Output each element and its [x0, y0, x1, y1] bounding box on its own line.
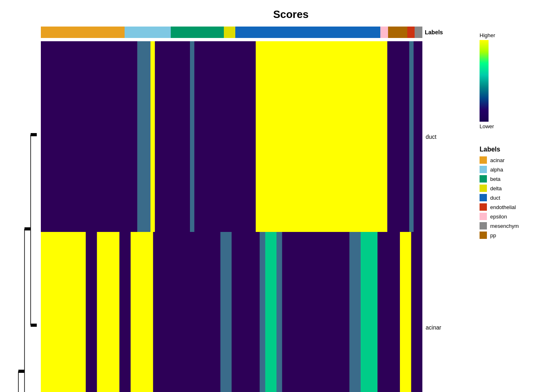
heatmap-row-canvas: [41, 232, 422, 392]
legend-item-label: pp: [490, 232, 496, 238]
legend-item: mesenchym: [480, 222, 541, 229]
gradient-bar: [480, 40, 489, 122]
legend-color: [480, 185, 487, 192]
legend-color: [480, 203, 487, 211]
legend-item-label: duct: [490, 195, 500, 201]
top-color-bar: [41, 27, 422, 38]
labels-legend: Labels acinaralphabetadeltaductendotheli…: [480, 146, 541, 241]
legend-item: pp: [480, 232, 541, 239]
main-container: Scores: [0, 0, 549, 392]
legend-item-label: alpha: [490, 167, 503, 173]
top-bar-label: Labels: [422, 29, 467, 36]
right-legend: Higher Lower Labels acinaralphabetadelta…: [467, 24, 541, 392]
heatmap-row: duct: [41, 41, 467, 232]
heatmap-with-dendrogram: Labels ductacinarepsilonmesenchymalendot…: [8, 24, 541, 392]
legend-color: [480, 194, 487, 201]
legend-item: endothelial: [480, 203, 541, 211]
legend-item: acinar: [480, 156, 541, 164]
legend-item-label: endothelial: [490, 204, 516, 210]
row-label: duct: [422, 134, 467, 140]
heatmap-rows: ductacinarepsilonmesenchymalendotheliala…: [41, 41, 467, 392]
legend-color: [480, 222, 487, 229]
lower-label: Lower: [480, 123, 494, 129]
legend-item: alpha: [480, 166, 541, 173]
row-label: acinar: [422, 324, 467, 331]
gradient-labels: [489, 40, 491, 122]
top-bar-row: Labels: [41, 24, 467, 40]
legend-color: [480, 156, 487, 164]
legend-color: [480, 213, 487, 220]
chart-title: Scores: [41, 8, 541, 21]
labels-legend-title: Labels: [480, 146, 541, 153]
legend-item: beta: [480, 175, 541, 183]
color-scale: Higher Lower: [480, 32, 541, 129]
heatmap-row-canvas: [41, 41, 422, 232]
gradient-bar-container: [480, 40, 491, 122]
higher-label: Higher: [480, 32, 495, 38]
chart-area: Scores: [8, 8, 541, 384]
legend-item: duct: [480, 194, 541, 201]
legend-item-label: epsilon: [490, 214, 507, 220]
legend-item-label: acinar: [490, 157, 504, 163]
legend-color: [480, 166, 487, 173]
left-dendrogram: [8, 40, 41, 392]
legend-color: [480, 232, 487, 239]
legend-item-label: mesenchym: [490, 223, 519, 229]
legend-item-label: beta: [490, 176, 500, 182]
right-panel: Labels ductacinarepsilonmesenchymalendot…: [41, 24, 467, 392]
heatmap-row: acinar: [41, 232, 467, 392]
legend-item-label: delta: [490, 185, 502, 192]
legend-color: [480, 175, 487, 183]
legend-item: delta: [480, 185, 541, 192]
legend-item: epsilon: [480, 213, 541, 220]
